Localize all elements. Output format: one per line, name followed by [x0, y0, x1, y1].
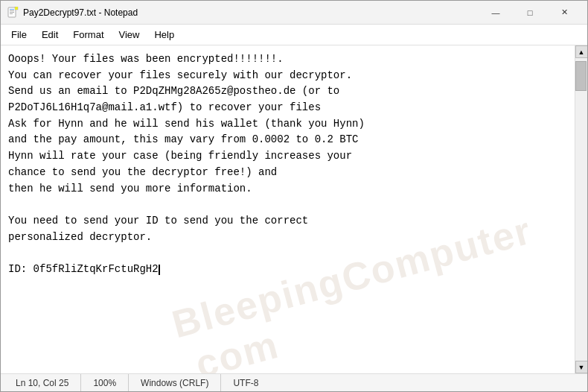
- menu-bar: File Edit Format View Help: [1, 25, 587, 45]
- maximize-button[interactable]: □: [513, 1, 547, 25]
- svg-rect-3: [10, 12, 14, 13]
- window-title: Pay2Decrypt97.txt - Notepad: [23, 7, 479, 18]
- text-cursor: [159, 265, 160, 275]
- menu-format[interactable]: Format: [65, 26, 111, 43]
- app-icon: [7, 7, 19, 19]
- menu-file[interactable]: File: [4, 26, 34, 43]
- close-button[interactable]: ✕: [547, 1, 581, 25]
- svg-rect-2: [10, 10, 14, 11]
- scroll-track[interactable]: [575, 58, 587, 361]
- title-bar: Pay2Decrypt97.txt - Notepad — □ ✕: [1, 1, 587, 25]
- status-encoding: UTF-8: [221, 374, 270, 391]
- scroll-down-arrow[interactable]: ▼: [575, 361, 588, 373]
- window-controls: — □ ✕: [479, 1, 581, 25]
- scroll-thumb[interactable]: [575, 61, 587, 91]
- vertical-scrollbar[interactable]: ▲ ▼: [575, 45, 587, 373]
- menu-help[interactable]: Help: [147, 26, 182, 43]
- scroll-up-arrow[interactable]: ▲: [575, 45, 588, 58]
- svg-rect-4: [10, 13, 13, 14]
- status-bar: Ln 10, Col 25 100% Windows (CRLF) UTF-8: [1, 373, 587, 391]
- status-zoom: 100%: [81, 374, 129, 391]
- menu-edit[interactable]: Edit: [34, 26, 65, 43]
- svg-rect-1: [10, 9, 14, 10]
- text-editor[interactable]: Ooops! Your files was been encrypted!!!!…: [1, 45, 575, 373]
- notepad-window: Pay2Decrypt97.txt - Notepad — □ ✕ File E…: [0, 0, 588, 392]
- status-line-col: Ln 10, Col 25: [4, 374, 81, 391]
- status-line-ending: Windows (CRLF): [129, 374, 221, 391]
- minimize-button[interactable]: —: [479, 1, 513, 25]
- menu-view[interactable]: View: [112, 26, 147, 43]
- editor-area: Ooops! Your files was been encrypted!!!!…: [1, 45, 587, 373]
